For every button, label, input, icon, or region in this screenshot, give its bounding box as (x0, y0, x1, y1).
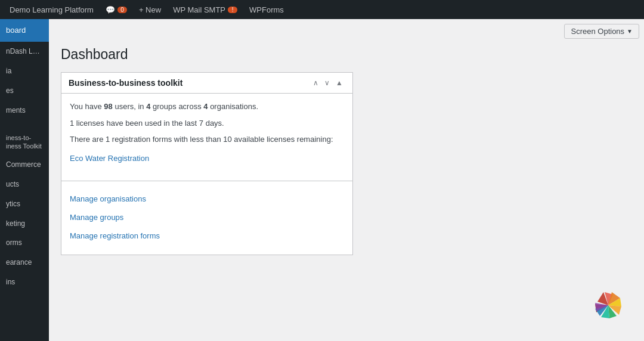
sidebar-item-appearance[interactable]: earance (0, 253, 49, 272)
widget-expand-button[interactable]: ▲ (333, 78, 345, 88)
widget-collapse-up-button[interactable]: ∧ (311, 78, 321, 88)
comment-count: 0 (117, 7, 127, 13)
widget-stat2: 1 licenses have been used in the last 7 … (70, 117, 344, 129)
sidebar-ia-label: ia (6, 67, 11, 75)
main-content: Screen Options ▼ Dashboard Business-to-b… (49, 19, 644, 341)
widget-header: Business-to-business toolkit ∧ ∨ ▲ (61, 73, 352, 94)
admin-bar-new[interactable]: + New (134, 0, 166, 19)
sidebar-item-ments[interactable]: ments (0, 101, 49, 120)
screen-options-label: Screen Options (571, 27, 624, 36)
admin-bar-site[interactable]: Demo Learning Platform (5, 0, 98, 19)
eco-water-registration-link[interactable]: Eco Water Registration (70, 150, 344, 164)
wpforms-label: WPForms (249, 5, 284, 14)
smtp-badge: ! (228, 7, 237, 13)
sidebar-b2b-label: iness-to- iness Toolkit (6, 134, 42, 150)
widget-body: You have 98 users, in 4 groups across 4 … (61, 94, 352, 176)
widget-controls: ∧ ∨ ▲ (311, 78, 345, 88)
sidebar-analytics-label: ytics (6, 200, 20, 208)
watermark-logo (584, 281, 632, 329)
new-label: + New (139, 5, 161, 14)
sidebar-forms-label: orms (6, 238, 22, 247)
admin-bar-smtp[interactable]: WP Mail SMTP ! (168, 0, 242, 19)
users-count: 98 (104, 102, 112, 111)
widget-stat3: There are 1 registration forms with less… (70, 134, 344, 145)
sidebar-appearance-label: earance (6, 258, 32, 266)
admin-bar: Demo Learning Platform 💬 0 + New WP Mail… (0, 0, 644, 19)
widget-links-section: Manage organisations Manage groups Manag… (61, 186, 352, 255)
sidebar-item-products[interactable]: ucts (0, 175, 49, 194)
admin-bar-comments[interactable]: 💬 0 (101, 0, 132, 19)
admin-bar-wpforms[interactable]: WPForms (244, 0, 289, 19)
sidebar-lms-label: nDash LMS (6, 47, 44, 55)
sidebar-products-label: ucts (6, 180, 19, 188)
sidebar-item-plugins[interactable]: ins (0, 272, 49, 292)
site-name: Demo Learning Platform (10, 5, 94, 14)
sidebar-marketing-label: keting (6, 219, 25, 228)
chevron-up-icon: ∧ (313, 79, 318, 87)
sidebar-item-analytics[interactable]: ytics (0, 194, 49, 214)
sidebar-item-dashboard[interactable]: board (0, 19, 49, 42)
manage-groups-link[interactable]: Manage groups (70, 209, 344, 223)
sidebar-item-b2b[interactable]: iness-to- iness Toolkit (0, 120, 49, 155)
widget-stat1: You have 98 users, in 4 groups across 4 … (70, 101, 344, 113)
widget-collapse-down-button[interactable]: ∨ (322, 78, 332, 88)
sidebar-item-marketing[interactable]: keting (0, 214, 49, 234)
sidebar-item-lms[interactable]: nDash LMS (0, 42, 49, 61)
manage-organisations-link[interactable]: Manage organisations (70, 191, 344, 204)
sidebar-es-label: es (6, 86, 14, 95)
smtp-label: WP Mail SMTP (173, 5, 225, 14)
page-title: Dashboard (61, 46, 632, 63)
sidebar-ments-label: ments (6, 106, 26, 114)
chevron-down-icon: ∨ (324, 79, 330, 87)
expand-icon: ▲ (336, 79, 343, 87)
sidebar: board nDash LMS ia es ments iness-to- in… (0, 19, 49, 341)
sidebar-item-forms[interactable]: orms (0, 233, 49, 253)
screen-options-button[interactable]: Screen Options ▼ (564, 24, 639, 39)
sidebar-dashboard-label: board (6, 26, 26, 35)
sidebar-item-ia[interactable]: ia (0, 61, 49, 81)
sidebar-item-commerce[interactable]: Commerce (0, 155, 49, 175)
comment-icon: 💬 (106, 5, 115, 14)
sidebar-plugins-label: ins (6, 278, 15, 286)
sub-header: Screen Options ▼ (49, 19, 644, 41)
page-body: Dashboard Business-to-business toolkit ∧… (49, 41, 644, 341)
orgs-count: 4 (203, 102, 208, 111)
widget-divider (61, 181, 352, 181)
widget-title: Business-to-business toolkit (69, 78, 182, 88)
wp-layout: board nDash LMS ia es ments iness-to- in… (0, 19, 644, 341)
sidebar-commerce-label: Commerce (6, 160, 41, 169)
widget-box-b2b: Business-to-business toolkit ∧ ∨ ▲ (61, 72, 353, 255)
screen-options-arrow-icon: ▼ (627, 28, 633, 35)
sidebar-item-es[interactable]: es (0, 81, 49, 101)
manage-registration-forms-link[interactable]: Manage registration forms (70, 228, 344, 241)
